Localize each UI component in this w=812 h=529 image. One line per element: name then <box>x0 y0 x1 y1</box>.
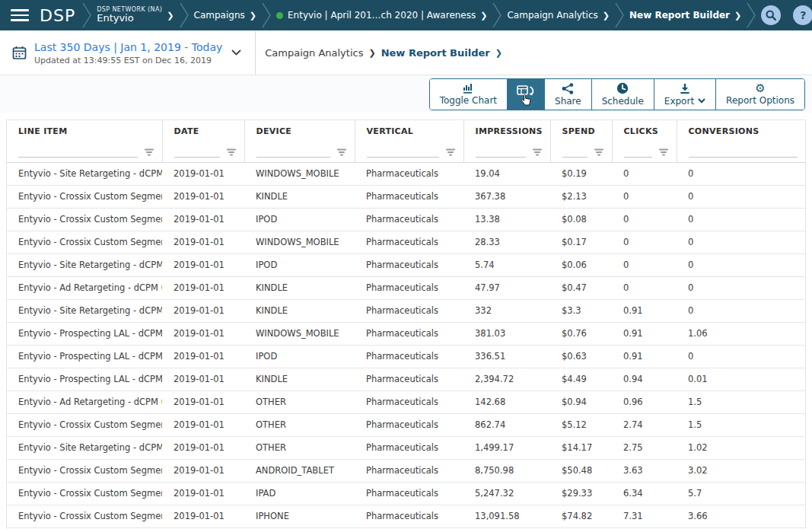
export-button[interactable]: Export <box>654 79 715 110</box>
filter-icon[interactable] <box>445 148 456 158</box>
filter-icon[interactable] <box>658 148 669 158</box>
table-cell: OTHER <box>244 436 355 459</box>
table-cell: IPHONE <box>244 505 355 527</box>
table-cell: $50.48 <box>550 459 612 482</box>
table-cell: WINDOWS_MOBILE <box>244 322 355 345</box>
filter-input[interactable] <box>562 147 588 158</box>
column-header-impressions[interactable]: IMPRESSIONS <box>463 120 550 142</box>
table-cell: 13.38 <box>463 208 550 231</box>
report-options-button[interactable]: ⚙ Report Options <box>715 79 804 110</box>
date-range-selector[interactable]: Last 350 Days | Jan 1, 2019 - Today Upda… <box>0 30 256 75</box>
table-cell: 0 <box>612 162 677 185</box>
table-cell: $5.12 <box>550 413 612 436</box>
column-header-conversions[interactable]: CONVERSIONS <box>677 120 805 142</box>
table-cell: 142.68 <box>463 390 550 413</box>
table-cell: 2019-01-01 <box>162 231 244 253</box>
table-cell: $0.17 <box>550 231 612 253</box>
filter-input[interactable] <box>624 147 652 158</box>
share-button[interactable]: Share <box>544 79 591 110</box>
table-cell: $0.08 <box>550 208 612 231</box>
table-row: Entyvio - Crossix Custom Segment B2019-0… <box>7 505 805 527</box>
filter-icon[interactable] <box>144 148 154 158</box>
table-cell: KINDLE <box>244 276 355 299</box>
top-navigation-bar: DSP DSP NETWORK (NA) Entyvio ❯ Campaigns… <box>0 0 812 30</box>
table-row: Entyvio - Prospecting LAL - dCPM (La2019… <box>7 368 805 390</box>
chevron-right-icon: ❯ <box>480 11 487 21</box>
table-cell: Entyvio - Crossix Custom Segment B <box>7 413 162 436</box>
table-cell: 0.91 <box>612 299 677 322</box>
filter-input[interactable] <box>174 147 220 158</box>
filter-input[interactable] <box>18 147 138 158</box>
toggle-chart-button[interactable]: Toggle Chart <box>430 79 507 110</box>
nav-campaign[interactable]: Entyvio | April 201…ch 2020 | Awareness … <box>276 10 487 21</box>
table-cell: Entyvio - Crossix Custom Segment B <box>7 459 162 482</box>
separator-chevron-icon <box>615 1 624 30</box>
table-cell: IPAD <box>244 482 355 505</box>
network-value: Entyvio <box>97 13 162 24</box>
search-button[interactable] <box>761 5 781 25</box>
table-cell: 2019-01-01 <box>162 185 244 208</box>
help-button[interactable]: ? <box>793 5 812 25</box>
filter-icon[interactable] <box>336 148 347 158</box>
table-cell: 2.74 <box>612 413 677 436</box>
table-cell: 8,750.98 <box>463 459 550 482</box>
table-cell: 336.51 <box>463 345 550 368</box>
column-header-spend[interactable]: SPEND <box>550 120 612 142</box>
separator-chevron-icon <box>82 1 91 30</box>
table-cell: 6.34 <box>612 482 677 505</box>
filter-input[interactable] <box>367 147 439 158</box>
table-row: Entyvio - Crossix Custom Segment B2019-0… <box>7 208 805 231</box>
table-cell: 0 <box>677 253 805 276</box>
table-cell: WINDOWS_MOBILE <box>244 231 355 253</box>
table-cell: 2019-01-01 <box>162 253 244 276</box>
table-cell: 367.38 <box>463 185 550 208</box>
table-cell: 2.75 <box>612 436 677 459</box>
table-cell: Entyvio - Prospecting LAL - dCPM (La <box>7 345 162 368</box>
nav-campaigns[interactable]: Campaigns ❯ <box>194 10 256 21</box>
column-header-device[interactable]: DEVICE <box>244 120 355 142</box>
nav-campaign-analytics[interactable]: Campaign Analytics ❯ <box>507 10 609 21</box>
table-cell: 2019-01-01 <box>162 162 244 185</box>
table-cell: 0.91 <box>612 345 677 368</box>
table-cell: 2019-01-01 <box>162 413 244 436</box>
column-header-date[interactable]: DATE <box>162 120 244 142</box>
table-cell: Entyvio - Site Retargeting - dCPM (La <box>7 299 162 322</box>
toggle-chart-label: Toggle Chart <box>440 95 497 106</box>
breadcrumb-campaign-analytics[interactable]: Campaign Analytics <box>265 47 363 59</box>
chevron-down-icon <box>698 98 705 104</box>
filter-input[interactable] <box>689 147 798 158</box>
table-cell: Pharmaceuticals <box>355 162 463 185</box>
table-cell: 2019-01-01 <box>162 276 244 299</box>
table-cell: 1.5 <box>677 390 805 413</box>
nav-new-report-builder[interactable]: New Report Builder ❯ <box>629 10 741 21</box>
table-cell: 2019-01-01 <box>162 505 244 527</box>
breadcrumb-new-report-builder[interactable]: New Report Builder <box>381 47 490 59</box>
app-logo[interactable]: DSP <box>40 6 75 25</box>
table-cell: IPOD <box>244 253 355 276</box>
filter-icon[interactable] <box>594 148 604 158</box>
table-cell: Pharmaceuticals <box>355 231 463 253</box>
table-cell: 0 <box>677 345 805 368</box>
column-header-line-item[interactable]: LINE ITEM <box>7 120 162 142</box>
network-selector[interactable]: DSP NETWORK (NA) Entyvio ❯ <box>97 6 174 24</box>
chevron-down-icon <box>231 49 241 56</box>
filter-input[interactable] <box>256 147 330 158</box>
question-icon: ? <box>800 9 806 21</box>
table-cell: IPOD <box>244 208 355 231</box>
table-cell: 1.02 <box>677 436 805 459</box>
schedule-button[interactable]: Schedule <box>591 79 654 110</box>
table-cell: Pharmaceuticals <box>355 482 463 505</box>
table-row: Entyvio - Crossix Custom Segment B2019-0… <box>7 482 805 505</box>
menu-icon[interactable] <box>11 9 29 21</box>
filter-input[interactable] <box>476 147 526 158</box>
table-cell: 332 <box>463 299 550 322</box>
column-header-clicks[interactable]: CLICKS <box>612 120 677 142</box>
table-cell: $0.63 <box>550 345 612 368</box>
refresh-button[interactable] <box>507 79 544 110</box>
filter-icon[interactable] <box>226 148 237 158</box>
table-row: Entyvio - Crossix Custom Segment B2019-0… <box>7 413 805 436</box>
table-cell: 2019-01-01 <box>162 390 244 413</box>
table-row: Entyvio - Crossix Custom Segment B2019-0… <box>7 185 805 208</box>
filter-icon[interactable] <box>532 148 543 158</box>
column-header-vertical[interactable]: VERTICAL <box>355 120 463 142</box>
